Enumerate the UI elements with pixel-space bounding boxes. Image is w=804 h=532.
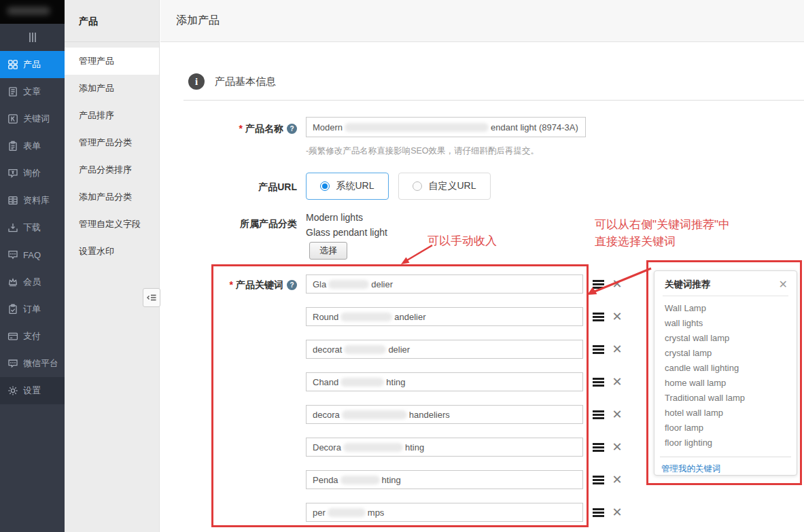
- submenu-item-watermark[interactable]: 设置水印: [65, 238, 159, 265]
- sidebar-item-keywords[interactable]: 关键词: [0, 105, 65, 132]
- sidebar-item-label: 会员: [23, 276, 41, 288]
- keyword-input-3[interactable]: decoratdelier: [306, 340, 583, 359]
- sidebar-item-members[interactable]: 会员: [0, 268, 65, 296]
- keyword-input-1[interactable]: Gladelier: [306, 274, 583, 294]
- sidebar-toggle-button[interactable]: [0, 24, 65, 51]
- keyword-suggestion[interactable]: home wall lamp: [665, 376, 797, 391]
- keyword-suggestion[interactable]: Traditional wall lamp: [665, 391, 797, 406]
- page-header: 添加产品: [160, 0, 804, 42]
- drag-handle-icon[interactable]: [593, 508, 604, 517]
- product-name-input[interactable]: Modern endant light (8974-3A): [306, 117, 586, 137]
- delete-keyword-icon[interactable]: ✕: [610, 277, 624, 291]
- sidebar-item-wechat[interactable]: 微信平台: [0, 350, 65, 377]
- delete-keyword-icon[interactable]: ✕: [610, 310, 624, 323]
- sidebar-item-orders[interactable]: 订单: [0, 296, 65, 323]
- drag-handle-icon[interactable]: [593, 476, 604, 484]
- help-icon[interactable]: ?: [287, 280, 297, 290]
- keyword-input-6[interactable]: Decorahting: [306, 438, 583, 457]
- submenu-item-custom-fields[interactable]: 管理自定义字段: [65, 211, 159, 238]
- gear-icon: [7, 385, 18, 396]
- panel-close-icon[interactable]: ✕: [779, 279, 788, 290]
- sidebar-item-library[interactable]: 资料库: [0, 187, 65, 214]
- delete-keyword-icon[interactable]: ✕: [610, 506, 624, 519]
- sidebar-item-products[interactable]: 产品: [0, 51, 65, 78]
- keyword-input-4[interactable]: Chandhting: [306, 372, 583, 391]
- keyword-suggestion[interactable]: floor lighting: [665, 436, 797, 450]
- keyword-input-8[interactable]: permps: [306, 503, 583, 522]
- sidebar-item-forms[interactable]: 表单: [0, 132, 65, 160]
- sidebar-item-settings[interactable]: 设置: [0, 377, 65, 404]
- drag-handle-icon[interactable]: [593, 443, 604, 452]
- url-option-system[interactable]: 系统URL: [306, 173, 389, 200]
- redacted-text: [342, 410, 407, 419]
- add-product-page: 产品 文章 关键词 表单 询价 资料库 下载 FAQ: [0, 0, 804, 532]
- drag-handle-icon[interactable]: [593, 378, 604, 387]
- sidebar-item-label: 订单: [23, 303, 41, 315]
- sidebar-item-label: 关键词: [23, 113, 50, 125]
- delete-keyword-icon[interactable]: ✕: [610, 440, 624, 454]
- submenu-item-manage-categories[interactable]: 管理产品分类: [65, 129, 159, 156]
- select-category-button[interactable]: 选择: [309, 242, 347, 260]
- order-icon: [7, 304, 18, 315]
- redacted-text: [343, 443, 403, 452]
- keyword-suggestion[interactable]: crystal lamp: [665, 346, 797, 361]
- sidebar-item-label: 设置: [23, 385, 41, 397]
- secondary-sidebar: 产品 管理产品 添加产品 产品排序 管理产品分类 产品分类排序 添加产品分类 管…: [65, 0, 160, 532]
- keyword-recommend-panel: 关键词推荐 ✕ Wall Lamp wall lights crystal wa…: [654, 270, 797, 476]
- keyword-input-7[interactable]: Pendahting: [306, 470, 583, 489]
- sidebar-item-articles[interactable]: 文章: [0, 78, 65, 105]
- drag-handle-icon[interactable]: [593, 345, 604, 354]
- keyword-suggestion[interactable]: floor lamp: [665, 421, 797, 436]
- redacted-text: [328, 508, 366, 517]
- collapse-submenu-button[interactable]: [143, 288, 160, 307]
- delete-keyword-icon[interactable]: ✕: [610, 473, 624, 486]
- app-logo: [0, 0, 65, 24]
- category-value: Glass pendant light: [306, 227, 387, 238]
- primary-sidebar: 产品 文章 关键词 表单 询价 资料库 下载 FAQ: [0, 0, 65, 532]
- product-name-label: *产品名称?: [168, 123, 297, 135]
- crown-icon: [7, 277, 18, 287]
- manage-keywords-link[interactable]: 管理我的关键词: [661, 464, 721, 474]
- keyword-suggestion[interactable]: crystal wall lamp: [665, 331, 797, 346]
- delete-keyword-icon[interactable]: ✕: [610, 375, 624, 389]
- section-divider: [183, 100, 804, 101]
- redacted-text: [344, 345, 386, 354]
- help-icon[interactable]: ?: [287, 124, 297, 134]
- submenu-item-add-category[interactable]: 添加产品分类: [65, 183, 159, 211]
- article-icon: [7, 86, 18, 97]
- logo-blur: [7, 7, 50, 15]
- keyword-suggestion[interactable]: wall lights: [665, 316, 797, 331]
- drag-handle-icon[interactable]: [593, 280, 604, 289]
- panel-title: 关键词推荐: [665, 279, 711, 291]
- delete-keyword-icon[interactable]: ✕: [610, 342, 624, 356]
- keyword-suggestion[interactable]: hotel wall lamp: [665, 406, 797, 421]
- sidebar-item-download[interactable]: 下载: [0, 214, 65, 241]
- keyword-input-2[interactable]: Roundandelier: [306, 307, 583, 326]
- submenu-item-product-sort[interactable]: 产品排序: [65, 102, 159, 129]
- clipboard-icon: [7, 141, 18, 152]
- keyword-input-5[interactable]: decorahandeliers: [306, 405, 583, 424]
- submenu-item-add-product[interactable]: 添加产品: [65, 75, 159, 102]
- sidebar-item-label: FAQ: [23, 250, 41, 260]
- keyword-suggestion[interactable]: Wall Lamp: [665, 301, 797, 316]
- submenu-item-category-sort[interactable]: 产品分类排序: [65, 156, 159, 183]
- keyword-suggestion[interactable]: candle wall lighting: [665, 361, 797, 376]
- sidebar-item-label: 下载: [23, 221, 41, 234]
- sidebar-item-payment[interactable]: 支付: [0, 323, 65, 350]
- sidebar-item-label: 表单: [23, 140, 41, 152]
- delete-keyword-icon[interactable]: ✕: [610, 408, 624, 421]
- required-asterisk: *: [239, 123, 243, 134]
- annotation-recommend-line1: 可以从右侧"关键词推荐"中: [595, 217, 730, 232]
- page-title: 添加产品: [176, 14, 220, 28]
- sidebar-item-faq[interactable]: FAQ: [0, 241, 65, 268]
- sidebar-item-label: 产品: [23, 58, 41, 71]
- submenu-item-manage-products[interactable]: 管理产品: [65, 48, 159, 75]
- required-asterisk: *: [230, 279, 233, 290]
- url-option-custom[interactable]: 自定义URL: [398, 173, 491, 200]
- sidebar-item-inquiry[interactable]: 询价: [0, 160, 65, 187]
- drag-handle-icon[interactable]: [593, 313, 604, 321]
- collapse-icon: [146, 292, 157, 303]
- sidebar-item-label: 文章: [23, 86, 41, 98]
- redacted-text: [340, 476, 380, 484]
- drag-handle-icon[interactable]: [593, 410, 604, 419]
